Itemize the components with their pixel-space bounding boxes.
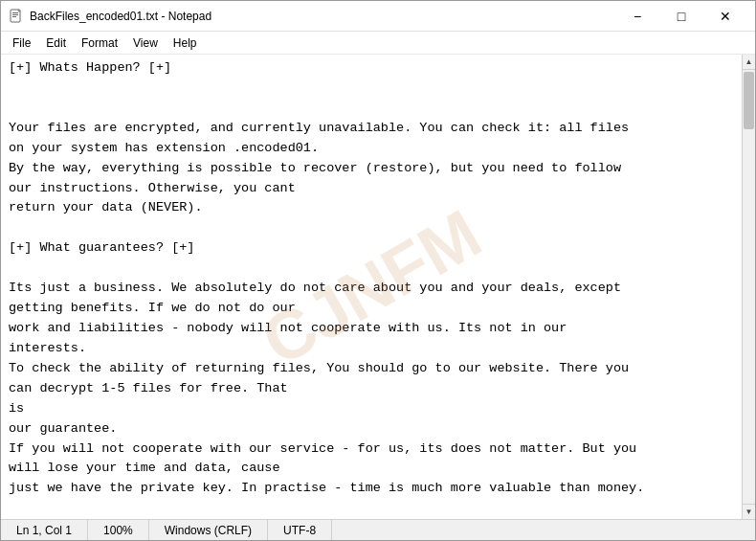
menu-edit[interactable]: Edit — [38, 34, 74, 52]
scrollbar-thumb[interactable] — [744, 72, 754, 129]
svg-rect-2 — [12, 14, 18, 15]
cursor-position: Ln 1, Col 1 — [9, 520, 88, 540]
menu-help[interactable]: Help — [166, 34, 205, 52]
svg-rect-3 — [12, 16, 16, 17]
window-controls: − □ ✕ — [615, 1, 747, 32]
title-bar: BackFiles_encoded01.txt - Notepad − □ ✕ — [1, 1, 755, 32]
maximize-button[interactable]: □ — [659, 1, 703, 32]
minimize-button[interactable]: − — [615, 1, 659, 32]
app-icon — [9, 9, 24, 24]
scrollbar-down-button[interactable]: ▼ — [743, 504, 756, 519]
window-title: BackFiles_encoded01.txt - Notepad — [30, 10, 615, 23]
zoom-level: 100% — [88, 520, 149, 540]
notepad-window: BackFiles_encoded01.txt - Notepad − □ ✕ … — [0, 0, 756, 541]
status-bar: Ln 1, Col 1 100% Windows (CRLF) UTF-8 — [1, 519, 755, 540]
scrollbar[interactable]: ▲ ▼ — [742, 55, 755, 519]
menu-bar: File Edit Format View Help — [1, 32, 755, 55]
editor-area: [+] Whats Happen? [+] Your files are enc… — [1, 55, 755, 519]
scrollbar-track[interactable] — [743, 70, 755, 504]
encoding: UTF-8 — [268, 520, 332, 540]
scrollbar-up-button[interactable]: ▲ — [743, 55, 756, 70]
text-editor[interactable]: [+] Whats Happen? [+] Your files are enc… — [1, 55, 742, 519]
menu-view[interactable]: View — [125, 34, 166, 52]
menu-format[interactable]: Format — [74, 34, 125, 52]
close-button[interactable]: ✕ — [703, 1, 747, 32]
line-ending: Windows (CRLF) — [149, 520, 268, 540]
svg-rect-1 — [12, 12, 18, 13]
menu-file[interactable]: File — [5, 34, 38, 52]
